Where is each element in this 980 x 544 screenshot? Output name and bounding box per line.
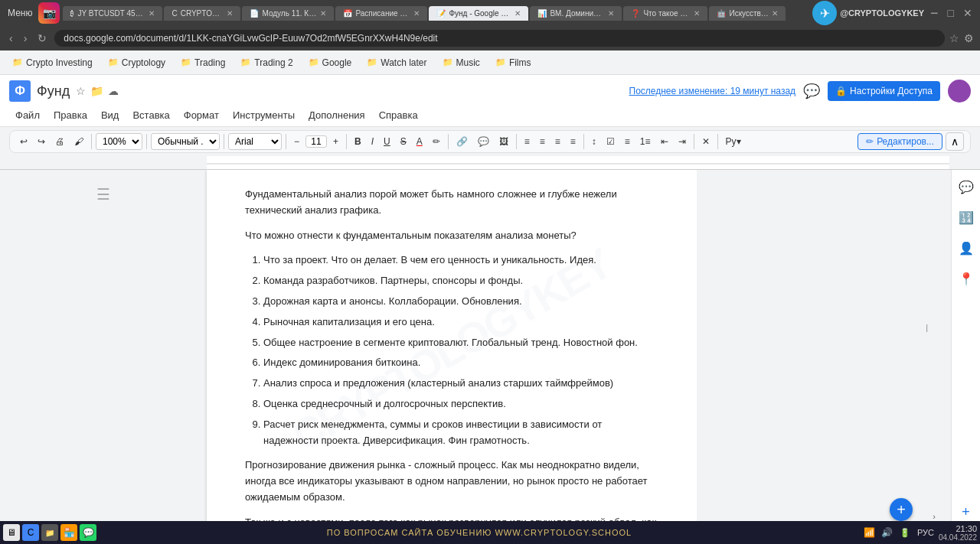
italic-btn[interactable]: I — [368, 134, 377, 149]
comment-btn[interactable]: 💬 — [474, 134, 493, 149]
sidebar-tasks-icon[interactable]: 🔢 — [956, 207, 977, 228]
telegram-icon[interactable]: ✈ — [812, 1, 837, 25]
font-size-increase-btn[interactable]: + — [329, 134, 342, 149]
indent-less-btn[interactable]: ⇤ — [657, 134, 672, 149]
close-window-btn[interactable]: ✕ — [960, 7, 975, 19]
taskbar-icon[interactable]: 🖥 — [3, 524, 20, 541]
align-left-btn[interactable]: ≡ — [521, 134, 534, 149]
browser-tab[interactable]: 📊 BM. Доминирование Би... ✕ — [530, 6, 622, 21]
bold-btn[interactable]: B — [351, 134, 365, 149]
tab-close-icon[interactable]: ✕ — [514, 9, 521, 18]
sidebar-map-icon[interactable]: 📍 — [956, 268, 977, 289]
taskbar-lang[interactable]: РУС — [917, 528, 934, 537]
document-page[interactable]: CRYPTOLOGYKEY Фундаментальный анализ пор… — [207, 170, 697, 529]
sidebar-add-icon[interactable]: + — [956, 501, 977, 523]
taskbar-network-icon[interactable]: 📶 — [862, 525, 877, 540]
font-size-input[interactable] — [305, 135, 327, 148]
bookmark-music[interactable]: 📁 Music — [436, 55, 486, 70]
taskbar-browser-icon[interactable]: C — [22, 524, 39, 541]
tab-close-icon[interactable]: ✕ — [772, 9, 778, 18]
text-color-btn[interactable]: A — [413, 134, 426, 149]
taskbar-battery-icon[interactable]: 🔋 — [897, 525, 913, 540]
taskbar-sound-icon[interactable]: 🔊 — [880, 525, 895, 540]
menu-edit[interactable]: Правка — [47, 107, 93, 123]
bookmark-cryptology[interactable]: 📁 Cryptology — [102, 55, 172, 70]
paint-format-btn[interactable]: 🖌 — [70, 134, 87, 149]
underline-btn[interactable]: U — [380, 134, 394, 149]
refresh-btn[interactable]: ↻ — [34, 31, 50, 46]
browser-tab[interactable]: 🤖 Искусственный инте... ✕ — [709, 6, 786, 21]
comment-icon[interactable]: 💬 — [803, 83, 820, 99]
maximize-btn[interactable]: □ — [945, 7, 957, 19]
browser-tab[interactable]: ₿ JY BTCUSDT 45245.43 ... ✕ — [63, 6, 162, 21]
extensions-icon[interactable]: ⚙ — [964, 32, 974, 44]
taskbar-folder-icon[interactable]: 📁 — [41, 524, 58, 541]
browser-tab[interactable]: ❓ Что такое индекс до... ✕ — [623, 6, 707, 21]
language-btn[interactable]: Ру▾ — [722, 134, 745, 149]
menu-file[interactable]: Файл — [9, 107, 46, 123]
browser-tab[interactable]: 📅 Расписание 4.0 - Go... ✕ — [335, 6, 427, 21]
taskbar-store-icon[interactable]: 🏪 — [60, 524, 77, 541]
clear-formatting-btn[interactable]: ✕ — [698, 134, 714, 149]
move-icon[interactable]: 📁 — [90, 85, 103, 97]
edit-mode-btn[interactable]: ✏ Редактиров... — [858, 133, 942, 150]
zoom-select[interactable]: 100% — [96, 133, 142, 150]
menu-tools[interactable]: Инструменты — [227, 107, 301, 123]
menu-format[interactable]: Формат — [178, 107, 225, 123]
bookmark-crypto-investing[interactable]: 📁 Crypto Investing — [6, 55, 99, 70]
undo-btn[interactable]: ↩ — [16, 134, 31, 149]
tab-close-icon[interactable]: ✕ — [149, 9, 155, 18]
font-select[interactable]: Arial — [228, 133, 282, 150]
tab-close-icon[interactable]: ✕ — [608, 9, 614, 18]
justify-btn[interactable]: ≡ — [567, 134, 580, 149]
sidebar-chat-icon[interactable]: 💬 — [956, 176, 977, 197]
sidebar-contacts-icon[interactable]: 👤 — [956, 237, 977, 259]
bookmark-trading[interactable]: 📁 Trading — [175, 55, 231, 70]
instagram-icon[interactable]: 📷 — [38, 2, 60, 24]
bullet-list-btn[interactable]: ≡ — [621, 134, 634, 149]
image-btn[interactable]: 🖼 — [495, 134, 512, 149]
tab-close-icon[interactable]: ✕ — [694, 9, 700, 18]
last-change-label[interactable]: Последнее изменение: 19 минут назад — [629, 86, 796, 96]
bookmark-films[interactable]: 📁 Films — [489, 55, 537, 70]
print-btn[interactable]: 🖨 — [51, 134, 68, 149]
bookmark-trading2[interactable]: 📁 Trading 2 — [234, 55, 299, 70]
back-btn[interactable]: ‹ — [6, 31, 16, 46]
browser-tab[interactable]: C CRYPTOLOGY... ✕ — [164, 6, 240, 21]
browser-menu-label[interactable]: Меню — [5, 8, 35, 18]
align-right-btn[interactable]: ≡ — [551, 134, 564, 149]
browser-tab[interactable]: 📄 Модуль 11. Компле... ✕ — [242, 6, 334, 21]
menu-view[interactable]: Вид — [95, 107, 126, 123]
menu-addons[interactable]: Дополнения — [302, 107, 371, 123]
redo-btn[interactable]: ↪ — [34, 134, 49, 149]
expand-toolbar-btn[interactable]: ∧ — [946, 132, 964, 151]
strikethrough-btn[interactable]: S — [397, 134, 410, 149]
line-spacing-btn[interactable]: ↕ — [588, 134, 600, 149]
document-title[interactable]: Фунд — [37, 83, 70, 99]
font-size-decrease-btn[interactable]: − — [290, 134, 303, 149]
checklist-btn[interactable]: ☑ — [603, 134, 619, 149]
tab-close-icon[interactable]: ✕ — [413, 9, 420, 18]
style-select[interactable]: Обычный ... — [151, 133, 220, 150]
link-btn[interactable]: 🔗 — [452, 134, 472, 149]
align-center-btn[interactable]: ≡ — [536, 134, 549, 149]
bookmark-star-icon[interactable]: ☆ — [949, 32, 959, 44]
user-avatar[interactable] — [948, 80, 971, 103]
minimize-btn[interactable]: − — [927, 5, 942, 21]
num-list-btn[interactable]: 1≡ — [636, 134, 655, 149]
tab-close-icon[interactable]: ✕ — [227, 9, 233, 18]
add-page-btn[interactable]: + — [890, 498, 913, 521]
taskbar-whatsapp-icon[interactable]: 💬 — [80, 524, 96, 541]
bookmark-watch-later[interactable]: 📁 Watch later — [361, 55, 433, 70]
bookmark-google[interactable]: 📁 Google — [302, 55, 358, 70]
share-access-button[interactable]: 🔒 Настройки Доступа — [828, 81, 940, 101]
browser-tab-active[interactable]: 📝 Фунд - Google Доку... ✕ — [429, 6, 528, 21]
menu-help[interactable]: Справка — [373, 107, 424, 123]
menu-insert[interactable]: Вставка — [126, 107, 175, 123]
forward-btn[interactable]: › — [21, 31, 31, 46]
tab-close-icon[interactable]: ✕ — [320, 9, 326, 18]
highlight-btn[interactable]: ✏ — [429, 134, 444, 149]
indent-more-btn[interactable]: ⇥ — [675, 134, 690, 149]
expand-btn[interactable]: › — [933, 512, 936, 521]
address-input[interactable] — [54, 30, 945, 47]
